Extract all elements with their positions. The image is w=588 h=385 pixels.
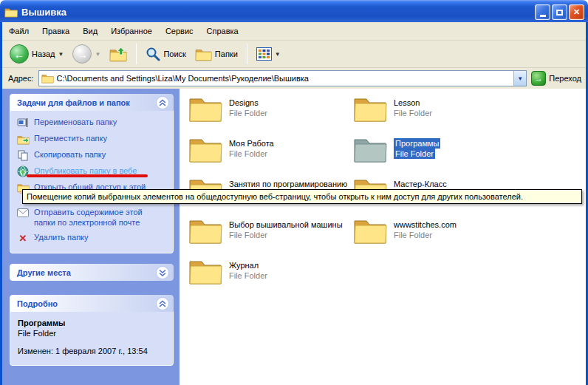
task-delete-folder[interactable]: ✕ Удалить папку: [16, 232, 167, 244]
folder-tile[interactable]: Выбор вышивальной машины File Folder: [188, 217, 353, 257]
forward-button[interactable]: → ▼: [69, 43, 103, 65]
folders-label: Папки: [215, 50, 238, 58]
search-button[interactable]: Поиск: [143, 45, 188, 63]
details-panel: Подробно Программы File Folder Изменен: …: [10, 295, 174, 366]
go-label: Переход: [549, 74, 581, 83]
menu-item[interactable]: Файл: [2, 22, 35, 40]
folder-type: File Folder: [394, 149, 435, 159]
details-type: File Folder: [18, 328, 165, 338]
collapse-chevron-icon[interactable]: [156, 297, 169, 310]
address-label: Адрес:: [8, 74, 34, 83]
folders-button[interactable]: Папки: [192, 46, 241, 63]
minimize-button[interactable]: [535, 4, 550, 20]
toolbar-separator: [247, 44, 247, 64]
views-button[interactable]: ▼: [253, 46, 284, 62]
menu-item[interactable]: Правка: [35, 22, 76, 40]
menu-bar: Файл Правка Вид Избранное Сервис: [2, 22, 586, 41]
other-places-panel: Другие места: [10, 264, 174, 281]
folder-type: File Folder: [229, 230, 343, 240]
maximize-icon: [556, 10, 563, 16]
close-button[interactable]: ✕: [569, 4, 584, 20]
folder-name: Программы: [394, 138, 440, 149]
folder-tile[interactable]: Моя Работа File Folder: [188, 135, 353, 176]
folder-type: File Folder: [394, 108, 432, 118]
window-title: Вышивка: [21, 7, 66, 18]
address-input[interactable]: [57, 74, 514, 83]
folders-icon: [195, 47, 212, 61]
menu-item[interactable]: Вид: [76, 22, 104, 40]
details-panel-header[interactable]: Подробно: [10, 295, 174, 312]
details-name: Программы: [18, 318, 165, 328]
expand-chevron-icon[interactable]: [156, 266, 169, 279]
folder-tile[interactable]: Designs File Folder: [188, 95, 353, 135]
toolbar: ← Назад ▼ → ▼ Поиск: [2, 41, 586, 68]
tasks-panel-header[interactable]: Задачи для файлов и папок: [10, 94, 174, 111]
tasks-panel-body: Переименовать папку Переместить папку: [10, 111, 174, 253]
rename-folder-icon: [16, 117, 30, 129]
back-dropdown-icon[interactable]: ▼: [58, 51, 64, 58]
up-folder-icon: [109, 47, 127, 62]
forward-dropdown-icon[interactable]: ▼: [95, 51, 100, 58]
other-places-header[interactable]: Другие места: [10, 264, 174, 281]
minimize-icon: [540, 15, 546, 17]
task-move-folder[interactable]: Переместить папку: [16, 133, 167, 145]
explorer-window: Вышивка ✕ Файл Правка Вид: [0, 0, 588, 385]
sidebar-gap: [10, 253, 180, 264]
folder-type: File Folder: [229, 270, 267, 281]
folder-tile[interactable]: Программы File Folder: [353, 135, 518, 176]
folder-name: Lesson: [394, 98, 432, 108]
search-label: Поиск: [163, 50, 185, 58]
sidebar: Задачи для файлов и папок Переименовать …: [2, 89, 180, 385]
task-email-folder[interactable]: Отправить содержимое этой папки по элект…: [16, 207, 167, 228]
up-button[interactable]: [106, 45, 130, 64]
folder-tile[interactable]: Lesson File Folder: [353, 95, 518, 135]
go-arrow-icon: →: [531, 71, 546, 86]
menu-item[interactable]: Сервис: [159, 22, 200, 40]
move-folder-icon: [16, 133, 30, 145]
folder-name: wwwstitches.com: [394, 219, 457, 230]
toolbar-separator: [136, 44, 137, 64]
sidebar-gap: [10, 281, 180, 295]
title-bar: Вышивка ✕: [0, 0, 588, 22]
task-copy-folder[interactable]: Скопировать папку: [16, 149, 167, 161]
folder-type: File Folder: [394, 230, 457, 240]
annotation-underline: [27, 174, 148, 177]
views-icon: [256, 47, 272, 61]
collapse-chevron-icon[interactable]: [156, 96, 169, 109]
copy-folder-icon: [16, 149, 30, 161]
content-area: Задачи для файлов и папок Переименовать …: [2, 89, 586, 385]
email-icon: [16, 207, 30, 219]
folder-name: Моя Работа: [229, 138, 274, 149]
folder-tile[interactable]: wwwstitches.com File Folder: [353, 217, 518, 257]
tooltip: Помещение копий выбранных элементов на о…: [22, 189, 582, 204]
details-panel-body: Программы File Folder Изменен: 1 февраля…: [10, 312, 174, 366]
maximize-button[interactable]: [552, 4, 567, 20]
back-label: Назад: [32, 50, 55, 58]
address-bar: Адрес: ▼ → Переход: [2, 68, 586, 89]
task-rename-folder[interactable]: Переименовать папку: [16, 117, 167, 129]
forward-icon: →: [72, 44, 92, 64]
folder-name: Журнал: [229, 260, 267, 270]
address-combo: ▼: [38, 70, 527, 86]
folder-name: Занятия по программированию: [229, 179, 347, 189]
address-folder-icon: [41, 73, 54, 84]
menu-item[interactable]: Справка: [200, 22, 245, 40]
menu-item[interactable]: Избранное: [104, 22, 159, 40]
back-button[interactable]: ← Назад ▼: [7, 43, 66, 65]
folder-name: Выбор вышивальной машины: [229, 219, 343, 230]
tasks-panel: Задачи для файлов и папок Переименовать …: [10, 94, 174, 253]
go-button[interactable]: → Переход: [531, 71, 581, 86]
window-controls: ✕: [535, 4, 584, 20]
close-icon: ✕: [573, 7, 580, 17]
folder-icon: [353, 135, 387, 163]
details-modified: Изменен: 1 февраля 2007 г., 13:54: [18, 346, 165, 356]
folder-icon: [188, 217, 222, 245]
folder-view: Designs File Folder Lesson: [180, 89, 586, 385]
chevron-down-icon: ▼: [517, 75, 523, 82]
folder-icon: [188, 135, 222, 163]
views-dropdown-icon[interactable]: ▼: [275, 51, 281, 58]
folder-name: Мастер-Класс: [394, 179, 447, 189]
address-dropdown-button[interactable]: ▼: [513, 71, 526, 86]
folder-tile[interactable]: Журнал File Folder: [188, 257, 353, 298]
folder-type: File Folder: [229, 149, 274, 159]
